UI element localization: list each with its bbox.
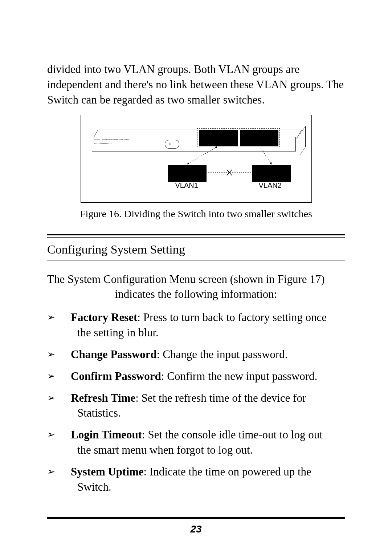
list-item-body: System Uptime: Indicate the time on powe…: [71, 464, 345, 495]
vlan2-label: VLAN2: [259, 181, 282, 190]
intro-paragraph: divided into two VLAN groups. Both VLAN …: [47, 62, 345, 108]
footer-rule: [47, 517, 345, 519]
figure-16-caption: Figure 16. Dividing the Switch into two …: [47, 208, 345, 220]
page-container: divided into two VLAN groups. Both VLAN …: [0, 0, 392, 555]
list-item-body: Factory Reset: Press to turn back to fac…: [71, 310, 345, 340]
term: System Uptime: [71, 465, 144, 478]
bullet-arrow-icon: ➢: [47, 464, 71, 478]
term: Confirm Password: [71, 370, 161, 382]
desc: : Confirm the new input password.: [161, 370, 318, 382]
term: Change Password: [71, 348, 157, 361]
term: Refresh Time: [71, 392, 135, 404]
desc: : Change the input password.: [157, 348, 288, 361]
svg-line-4: [227, 170, 232, 175]
svg-line-3: [227, 170, 232, 175]
section-rule-bottom: [47, 260, 345, 261]
list-item-body: Refresh Time: Set the refresh time of th…: [71, 390, 345, 421]
section-rule-top: [47, 234, 345, 238]
section-intro: The System Configuration Menu screen (sh…: [47, 272, 345, 302]
port-group-vlan2: [252, 165, 291, 182]
section-intro-line1: The System Configuration Menu screen (sh…: [47, 273, 325, 285]
list-item: ➢ Change Password: Change the input pass…: [47, 347, 345, 362]
switch-led-row: [94, 143, 111, 143]
list-item: ➢ System Uptime: Indicate the time on po…: [47, 464, 345, 495]
desc: : Indicate the time on powered up the: [144, 465, 311, 478]
list-item: ➢ Factory Reset: Press to turn back to f…: [47, 310, 345, 340]
section-intro-line2: indicates the following information:: [47, 287, 345, 302]
term: Factory Reset: [71, 311, 137, 324]
term: Login Timeout: [71, 428, 142, 441]
list-item: ➢ Confirm Password: Confirm the new inpu…: [47, 369, 345, 384]
port-group-vlan1: [168, 165, 207, 182]
list-item-body: Change Password: Change the input passwo…: [71, 347, 345, 362]
bullet-arrow-icon: ➢: [47, 310, 71, 324]
vlan1-label: VLAN1: [175, 181, 198, 190]
list-item-body: Confirm Password: Confirm the new input …: [71, 369, 345, 384]
bullet-arrow-icon: ➢: [47, 369, 71, 382]
cont: the smart menu when forgot to log out.: [71, 442, 345, 458]
switch-model-label: 16-Port 10/100Mbps Ethernet Smart Switch: [94, 138, 129, 141]
list-item: ➢ Refresh Time: Set the refresh time of …: [47, 390, 345, 421]
bullet-arrow-icon: ➢: [47, 390, 71, 404]
bullet-arrow-icon: ➢: [47, 347, 71, 361]
section-title: Configuring System Setting: [47, 243, 345, 256]
cpu-chip-icon: [165, 140, 179, 149]
cont: Switch.: [71, 479, 345, 495]
bullet-list: ➢ Factory Reset: Press to turn back to f…: [47, 310, 345, 494]
cont: Statistics.: [71, 405, 345, 421]
port-group-top-right: [240, 130, 278, 146]
page-number: 23: [0, 523, 392, 535]
cont: the setting in blur.: [71, 325, 345, 340]
list-item-body: Login Timeout: Set the console idle time…: [71, 427, 345, 458]
list-item: ➢ Login Timeout: Set the console idle ti…: [47, 427, 345, 458]
figure-16-diagram: 16-Port 10/100Mbps Ethernet Smart Switch: [81, 115, 312, 203]
bullet-arrow-icon: ➢: [47, 427, 71, 441]
desc: : Set the refresh time of the device for: [135, 392, 306, 404]
desc: : Press to turn back to factory setting …: [137, 311, 327, 324]
port-group-top-left: [199, 130, 238, 146]
desc: : Set the console idle time-out to log o…: [142, 428, 323, 441]
